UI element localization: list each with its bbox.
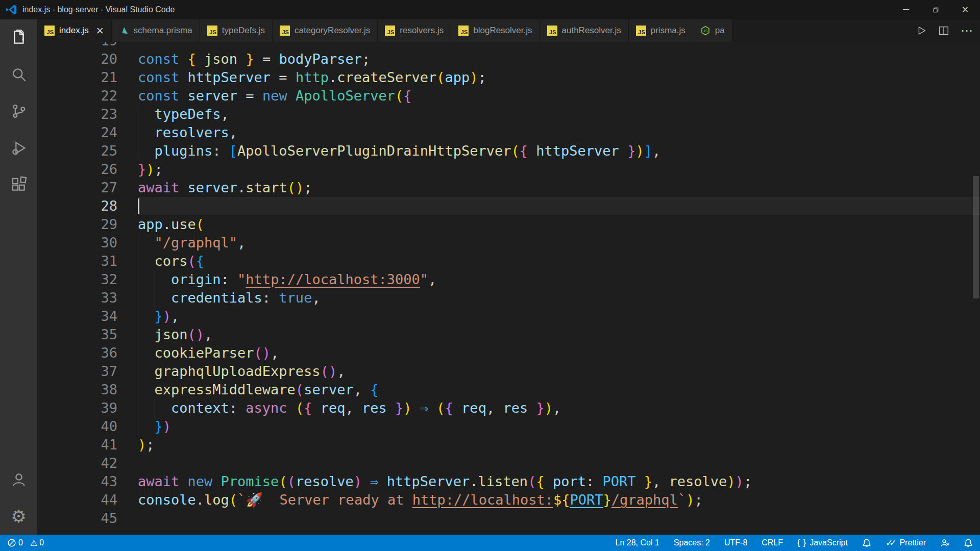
indent-guide (138, 362, 138, 381)
double-check-icon: ✓✓ (886, 538, 893, 548)
more-actions-button[interactable]: ⋯ (961, 23, 974, 38)
error-icon (7, 538, 16, 547)
nodejs-file-icon: JS (700, 26, 710, 36)
eol[interactable]: CRLF (762, 538, 783, 547)
code-line-content[interactable]: app.use( (138, 215, 980, 234)
code-line-content[interactable]: credentials: true, (138, 289, 980, 307)
tab-pa[interactable]: JSpa (693, 19, 732, 42)
feedback-person[interactable] (940, 538, 949, 547)
code-line-36: 36 cookieParser(), (37, 344, 980, 362)
activity-settings-gear[interactable]: ⚙ (0, 498, 37, 535)
status-bar: 0⚠0 Ln 28, Col 1Spaces: 2UTF-8CRLF{ }Jav… (0, 535, 980, 551)
editor-scrollbar[interactable] (973, 176, 979, 298)
indent-guide (138, 252, 138, 270)
indentation[interactable]: Spaces: 2 (674, 538, 710, 547)
indent-guide (138, 325, 138, 344)
close-button[interactable]: × (950, 0, 980, 19)
activity-run-debug[interactable] (0, 130, 37, 166)
code-line-content[interactable]: await server.start(); (138, 179, 980, 197)
code-line-content[interactable]: cors({ (138, 252, 980, 270)
code-line-content[interactable]: const server = new ApolloServer({ (138, 87, 980, 105)
tab-typeDefs-js[interactable]: JStypeDefs.js (200, 19, 273, 42)
tab-index-js[interactable]: JSindex.js✕ (37, 19, 112, 42)
activity-bar: ⚙ (0, 19, 37, 535)
line-number: 38 (37, 381, 117, 399)
code-line-content[interactable]: json(), (138, 325, 980, 344)
code-line-content[interactable]: }) (138, 417, 980, 436)
code-line-content[interactable]: graphqlUploadExpress(), (138, 362, 980, 381)
code-line-content[interactable]: ); (138, 436, 980, 454)
run-file-button[interactable] (916, 25, 927, 36)
extensions-icon (10, 176, 28, 193)
code-line-content[interactable]: "/graphql", (138, 234, 980, 252)
notifications-bell[interactable] (964, 538, 973, 547)
activity-account[interactable] (0, 461, 37, 498)
restore-button[interactable] (921, 0, 950, 19)
bell-icon (862, 538, 871, 547)
code-line-35: 35 json(), (37, 325, 980, 344)
code-line-content[interactable]: }), (138, 307, 980, 325)
line-number: 35 (37, 325, 117, 344)
activity-explorer[interactable] (0, 19, 37, 56)
javascript-file-icon: JS (207, 26, 217, 36)
code-line-content[interactable] (138, 454, 980, 472)
code-line-content[interactable] (138, 42, 980, 50)
close-tab-icon[interactable]: ✕ (96, 25, 104, 37)
tab-authResolver-js[interactable]: JSauthResolver.js (540, 19, 629, 42)
javascript-file-icon: JS (385, 26, 395, 36)
encoding-label: UTF-8 (724, 538, 747, 547)
code-line-content[interactable] (138, 197, 980, 215)
prettier-status[interactable]: ✓✓Prettier (886, 538, 926, 548)
warnings-indicator[interactable]: ⚠0 (30, 538, 44, 548)
indent-guide (155, 270, 155, 289)
code-line-20: 20const { json } = bodyParser; (37, 50, 980, 68)
indent-guide (138, 105, 138, 123)
prisma-file-icon (119, 26, 129, 36)
minimize-button[interactable]: ─ (891, 0, 921, 19)
prettier-status-label: Prettier (899, 538, 926, 547)
javascript-file-icon: JS (280, 26, 290, 36)
code-line-content[interactable]: expressMiddleware(server, { (138, 381, 980, 399)
code-line-content[interactable]: const httpServer = http.createServer(app… (138, 68, 980, 87)
code-line-content[interactable]: console.log(`🚀 Server ready at http://lo… (138, 491, 980, 509)
code-line-content[interactable]: resolvers, (138, 123, 980, 142)
code-line-content[interactable]: const { json } = bodyParser; (138, 50, 980, 68)
activity-source-control[interactable] (0, 93, 37, 130)
activity-extensions[interactable] (0, 166, 37, 203)
line-number: 27 (37, 179, 117, 197)
code-line-19: 19 (37, 42, 980, 50)
tab-label: index.js (59, 26, 89, 36)
cursor-position[interactable]: Ln 28, Col 1 (616, 538, 659, 547)
tab-resolvers-js[interactable]: JSresolvers.js (378, 19, 451, 42)
tab-categoryResolver-js[interactable]: JScategoryResolver.js (273, 19, 378, 42)
code-line-32: 32 origin: "http://localhost:3000", (37, 270, 980, 289)
code-line-content[interactable]: cookieParser(), (138, 344, 980, 362)
alert-bell[interactable] (862, 538, 871, 547)
activity-search[interactable] (0, 56, 37, 93)
tab-prisma-js[interactable]: JSprisma.js (629, 19, 693, 42)
code-editor[interactable]: 1920const { json } = bodyParser;21const … (37, 42, 980, 535)
code-line-content[interactable]: plugins: [ApolloServerPluginDrainHttpSer… (138, 142, 980, 160)
tab-blogResolver-js[interactable]: JSblogResolver.js (451, 19, 540, 42)
tab-schema-prisma[interactable]: schema.prisma (112, 19, 200, 42)
code-line-content[interactable]: await new Promise((resolve) ⇒ httpServer… (138, 472, 980, 491)
code-line-21: 21const httpServer = http.createServer(a… (37, 68, 980, 87)
indentation-label: Spaces: 2 (674, 538, 710, 547)
indent-guide (138, 344, 138, 362)
language-mode[interactable]: { }JavaScript (797, 538, 848, 547)
line-number: 43 (37, 472, 117, 491)
braces-icon: { } (797, 538, 806, 547)
code-line-content[interactable]: }); (138, 160, 980, 179)
code-line-content[interactable]: context: async ({ req, res }) ⇒ ({ req, … (138, 399, 980, 417)
errors-indicator[interactable]: 0 (7, 538, 23, 547)
split-editor-button[interactable] (938, 25, 949, 36)
indent-guide (138, 399, 138, 417)
source-control-icon (10, 103, 28, 120)
code-line-41: 41); (37, 436, 980, 454)
code-line-22: 22const server = new ApolloServer({ (37, 87, 980, 105)
encoding[interactable]: UTF-8 (724, 538, 747, 547)
code-line-content[interactable]: origin: "http://localhost:3000", (138, 270, 980, 289)
code-line-28: 28 (37, 197, 980, 215)
code-line-content[interactable] (138, 509, 980, 528)
code-line-content[interactable]: typeDefs, (138, 105, 980, 123)
